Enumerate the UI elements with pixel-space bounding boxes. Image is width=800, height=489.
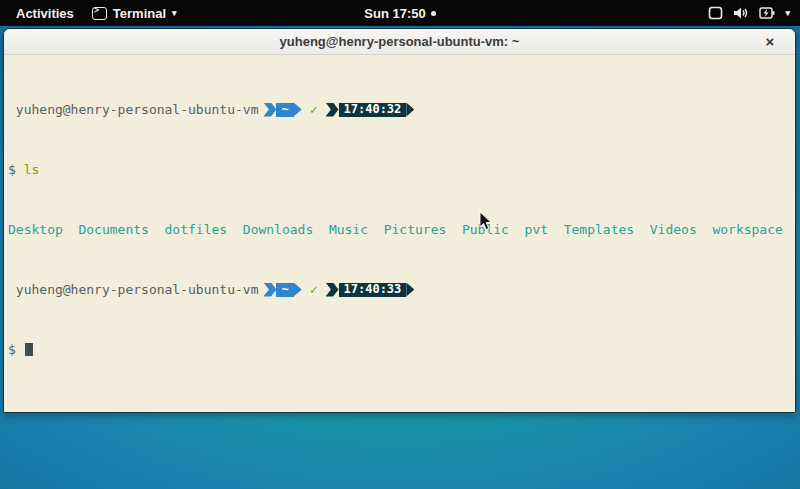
typed-command: ls xyxy=(24,162,40,177)
prompt-time-2: 17:40:33 xyxy=(339,283,407,297)
window-title: yuheng@henry-personal-ubuntu-vm: ~ xyxy=(280,34,520,49)
notification-dot-icon xyxy=(431,11,436,16)
powerline-arrow-icon xyxy=(263,283,276,297)
prompt-host: yuheng@henry-personal-ubuntu-vm xyxy=(8,102,258,117)
prompt-dollar: $ xyxy=(8,342,24,357)
system-chevron-down-icon: ▾ xyxy=(785,9,790,18)
input-line: $ xyxy=(8,342,795,357)
close-button[interactable]: × xyxy=(761,33,779,51)
prompt-host: yuheng@henry-personal-ubuntu-vm xyxy=(8,282,258,297)
powerline-tip-icon xyxy=(406,283,414,297)
chevron-down-icon: ▾ xyxy=(172,9,177,18)
check-icon: ✓ xyxy=(310,102,318,117)
volume-icon xyxy=(733,6,749,20)
prompt-dollar: $ xyxy=(8,162,24,177)
terminal-window: yuheng@henry-personal-ubuntu-vm: ~ × yuh… xyxy=(3,28,796,413)
ls-output: Desktop Documents dotfiles Downloads Mus… xyxy=(8,222,795,237)
prompt-line-1: yuheng@henry-personal-ubuntu-vm ~ ✓ 17:4… xyxy=(8,102,795,117)
text-cursor xyxy=(25,343,33,356)
prompt-time-1: 17:40:32 xyxy=(339,103,407,117)
app-menu-terminal[interactable]: Terminal ▾ xyxy=(92,6,177,21)
powerline-path-segment: ~ xyxy=(263,283,301,297)
powerline-arrow-icon xyxy=(263,103,276,117)
powerline-arrow-icon xyxy=(326,103,339,117)
app-menu-label: Terminal xyxy=(113,6,166,21)
window-titlebar[interactable]: yuheng@henry-personal-ubuntu-vm: ~ × xyxy=(4,29,795,55)
prompt-line-2: yuheng@henry-personal-ubuntu-vm ~ ✓ 17:4… xyxy=(8,282,795,297)
terminal-icon xyxy=(92,7,107,20)
powerline-path-segment: ~ xyxy=(263,103,301,117)
prompt-path: ~ xyxy=(276,283,293,297)
gnome-top-bar: Activities Terminal ▾ Sun 17:50 ▾ xyxy=(0,0,800,26)
terminal-screen[interactable]: yuheng@henry-personal-ubuntu-vm ~ ✓ 17:4… xyxy=(4,55,795,412)
powerline-time-segment: 17:40:32 xyxy=(326,103,415,117)
powerline-arrow-icon xyxy=(326,283,339,297)
command-line: $ ls xyxy=(8,162,795,177)
powerline-tip-icon xyxy=(406,103,414,117)
powerline-tip-icon xyxy=(294,283,302,297)
prompt-path: ~ xyxy=(276,103,293,117)
display-icon xyxy=(708,6,723,20)
powerline-time-segment: 17:40:33 xyxy=(326,283,415,297)
check-icon: ✓ xyxy=(310,282,318,297)
clock-label: Sun 17:50 xyxy=(364,6,425,21)
battery-charging-icon xyxy=(759,6,775,20)
powerline-tip-icon xyxy=(294,103,302,117)
activities-button[interactable]: Activities xyxy=(12,6,78,21)
system-status-area[interactable]: ▾ xyxy=(708,6,800,20)
